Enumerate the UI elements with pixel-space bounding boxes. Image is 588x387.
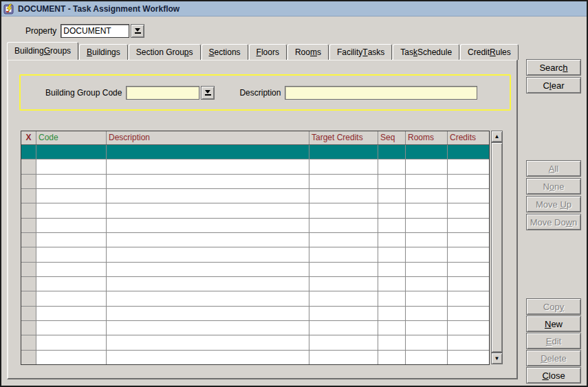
table-cell [448, 335, 489, 349]
table-row[interactable] [21, 159, 489, 174]
table-row[interactable] [21, 351, 489, 364]
table-row[interactable] [21, 233, 489, 247]
tab-floors[interactable]: Floors [249, 44, 287, 60]
column-header-credits: Credits [448, 131, 489, 144]
label-part: F [257, 47, 261, 57]
all-button[interactable]: All [526, 160, 581, 177]
column-header-seq: Seq [378, 131, 406, 144]
table-cell [21, 307, 36, 320]
table-cell [309, 203, 378, 217]
scrollbar-thumb[interactable] [491, 142, 503, 353]
tab-sections[interactable]: Sections [202, 44, 248, 60]
table-cell [309, 175, 378, 188]
table-cell [378, 175, 406, 188]
description-label: Description [239, 88, 281, 98]
table-row[interactable] [21, 291, 489, 306]
lov-dropdown-icon [204, 90, 211, 96]
table-cell [107, 219, 309, 232]
column-header-target-credits: Target Credits [309, 131, 378, 144]
label-part: m [310, 47, 317, 57]
copy-button[interactable]: Copy [526, 298, 581, 315]
table-row[interactable] [21, 277, 489, 291]
table-cell [21, 203, 36, 217]
table-cell [36, 159, 107, 173]
table-row[interactable] [21, 321, 489, 335]
table-row[interactable] [21, 247, 489, 262]
table-cell [107, 247, 309, 261]
none-button[interactable]: None [526, 178, 581, 195]
vertical-scrollbar[interactable]: ▲ ▼ [491, 131, 503, 364]
label-part: s [317, 47, 321, 57]
table-cell [107, 307, 309, 320]
table-cell [406, 203, 448, 217]
building-group-code-lov-button[interactable] [201, 86, 215, 100]
clear-button[interactable]: Clear [526, 77, 581, 93]
table-cell [378, 219, 406, 232]
window-icon [3, 3, 15, 14]
edit-button[interactable]: Edit [526, 333, 581, 349]
label-part: N [545, 319, 551, 329]
table-cell [21, 175, 36, 188]
table-cell [448, 321, 489, 335]
table-row[interactable] [21, 203, 489, 218]
delete-button[interactable]: Delete [526, 350, 581, 366]
label-part: ear [552, 80, 565, 91]
table-cell [448, 189, 489, 203]
table-cell [36, 291, 107, 305]
table-cell [21, 335, 36, 349]
table-cell [107, 189, 309, 203]
table-cell [378, 247, 406, 261]
close-button[interactable]: Close [526, 367, 581, 384]
label-part: Section Grou [136, 47, 184, 57]
table-row[interactable] [21, 307, 489, 321]
property-input[interactable] [61, 24, 129, 38]
description-input[interactable] [285, 86, 477, 100]
table-header-row: XCodeDescriptionTarget CreditsSeqRoomsCr… [21, 131, 489, 145]
table-cell [21, 277, 36, 291]
tab-task-schedule[interactable]: Task Schedule [393, 44, 459, 60]
move-up-button[interactable]: Move Up [526, 196, 581, 212]
tab-section-groups[interactable]: Section Groups [129, 44, 201, 60]
label-part: asks [368, 47, 385, 57]
new-button[interactable]: New [526, 316, 581, 332]
table-cell [406, 263, 448, 276]
table-cell [406, 247, 448, 261]
table-body [21, 145, 489, 364]
table-row[interactable] [21, 145, 489, 159]
scroll-down-icon[interactable]: ▼ [491, 353, 503, 364]
label-part: B [87, 47, 92, 57]
table-cell [36, 351, 107, 364]
window-titlebar[interactable]: DOCUMENT - Task Assignment Workflow [1, 1, 587, 16]
table-cell [36, 175, 107, 188]
table-cell [36, 219, 107, 232]
table-row[interactable] [21, 219, 489, 233]
table-cell [309, 219, 378, 232]
tab-building-groups[interactable]: Building Groups [7, 42, 78, 60]
table-row[interactable] [21, 189, 489, 203]
tab-buildings[interactable]: Buildings [79, 44, 128, 60]
table-row[interactable] [21, 175, 489, 189]
label-part: o [549, 181, 554, 192]
tab-rooms[interactable]: Rooms [287, 44, 329, 60]
tab-credit-rules[interactable]: Credit Rules [460, 44, 519, 60]
table-row[interactable] [21, 263, 489, 277]
building-group-code-input[interactable] [126, 86, 199, 100]
label-part: Schedule [417, 47, 452, 57]
table-cell [36, 247, 107, 261]
label-part: y [560, 302, 565, 312]
table-cell [448, 351, 489, 364]
label-part: p [184, 47, 189, 57]
tab-facility-tasks[interactable]: Facility Tasks [329, 44, 392, 60]
table-cell [406, 233, 448, 247]
table-cell [448, 233, 489, 247]
search-button[interactable]: Search [526, 59, 581, 76]
table-row[interactable] [21, 335, 489, 350]
table-cell [21, 219, 36, 232]
column-header-description: Description [107, 131, 309, 144]
move-down-button[interactable]: Move Down [526, 214, 581, 230]
button-column-bottom: CopyNewEditDeleteClose [526, 298, 581, 384]
label-part: ections [215, 47, 241, 57]
scroll-up-icon[interactable]: ▲ [491, 131, 503, 142]
label-part: ll [554, 164, 558, 174]
property-lov-button[interactable] [131, 24, 144, 38]
